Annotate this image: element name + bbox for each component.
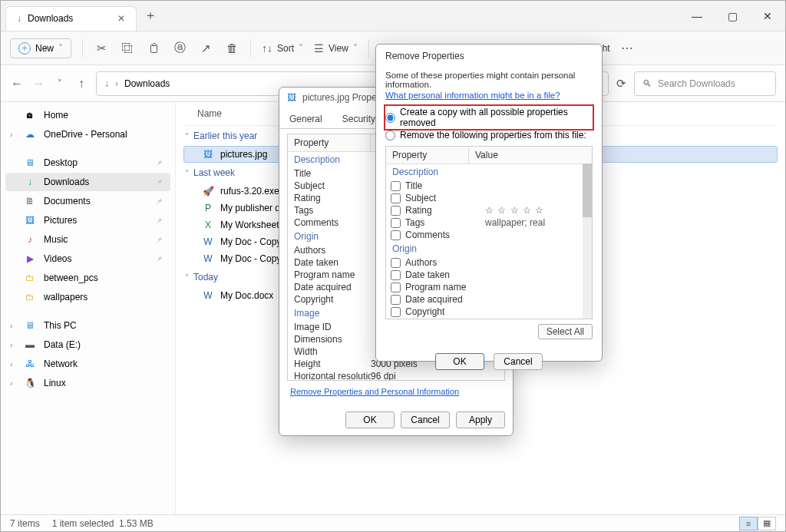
expand-icon[interactable]: ›: [10, 379, 12, 388]
sidebar-item-pictures[interactable]: 🖼︎Pictures📌︎: [5, 211, 170, 230]
checkbox-copyright[interactable]: [391, 307, 401, 317]
ok-button[interactable]: OK: [345, 411, 395, 428]
view-button[interactable]: ☰View˅: [314, 42, 358, 55]
cut-icon[interactable]: ✂: [94, 41, 109, 55]
checkbox-subject[interactable]: [391, 193, 401, 203]
sidebar-item-folder[interactable]: 🗀between_pcs: [5, 269, 170, 287]
expand-icon[interactable]: ›: [10, 322, 12, 330]
thumbnails-view-button[interactable]: ▦: [758, 517, 776, 530]
maximize-button[interactable]: ▢: [715, 2, 750, 31]
pin-icon: 📌︎: [155, 159, 163, 167]
expand-icon[interactable]: ›: [10, 131, 12, 139]
checkbox-program-name[interactable]: [391, 283, 401, 292]
new-button[interactable]: + New ˅: [10, 38, 71, 58]
scrollbar[interactable]: [583, 164, 592, 319]
recent-dropdown[interactable]: ˅: [53, 78, 67, 88]
personal-info-link[interactable]: What personal information might be in a …: [385, 91, 593, 100]
sidebar-item-network[interactable]: ›🖧Network: [5, 355, 170, 373]
apply-button[interactable]: Apply: [456, 411, 505, 428]
expand-icon[interactable]: ›: [10, 360, 12, 368]
paste-icon[interactable]: 📋︎: [146, 41, 161, 55]
sidebar-item-videos[interactable]: ▶Videos📌︎: [5, 249, 170, 268]
chevron-right-icon: ›: [115, 78, 118, 89]
new-tab-button[interactable]: ＋: [144, 8, 157, 24]
close-window-button[interactable]: ✕: [750, 2, 785, 31]
sidebar-item-linux[interactable]: ›🐧Linux: [5, 374, 170, 392]
tab-general[interactable]: General: [279, 109, 332, 129]
forward-button[interactable]: →: [31, 77, 45, 91]
back-button[interactable]: ←: [10, 77, 24, 91]
excel-file-icon: X: [202, 220, 214, 230]
close-tab-icon[interactable]: ✕: [117, 13, 125, 24]
col-property[interactable]: Property: [386, 147, 469, 164]
word-file-icon: W: [202, 253, 214, 264]
checkbox-date-taken[interactable]: [391, 270, 401, 280]
folder-icon: 🗀: [24, 273, 36, 283]
home-icon: 🏠︎: [24, 110, 36, 121]
checkbox-authors[interactable]: [391, 258, 401, 268]
select-all-button[interactable]: Select All: [538, 324, 593, 339]
checkbox-title[interactable]: [391, 181, 401, 191]
pin-icon: 📌︎: [155, 216, 163, 225]
sidebar-item-home[interactable]: 🏠︎Home: [5, 106, 170, 124]
penguin-icon: 🐧: [24, 378, 36, 388]
ok-button[interactable]: OK: [435, 353, 484, 370]
checkbox-tags[interactable]: [391, 218, 401, 228]
cloud-icon: ☁: [24, 129, 36, 140]
refresh-button[interactable]: ⟳: [616, 77, 626, 91]
pin-icon: 📌︎: [155, 255, 163, 263]
pictures-icon: 🖼︎: [24, 215, 36, 226]
search-input[interactable]: 🔍︎ Search Downloads: [634, 71, 776, 96]
up-button[interactable]: ↑: [74, 77, 88, 91]
share-icon[interactable]: ↗: [198, 41, 213, 55]
copy-icon[interactable]: ⿻: [120, 41, 135, 55]
window-tab[interactable]: ↓ Downloads ✕: [5, 6, 137, 31]
remove-properties-dialog: Remove Properties Some of these properti…: [375, 44, 603, 362]
group-description: Description: [386, 164, 592, 180]
remove-properties-link[interactable]: Remove Properties and Personal Informati…: [287, 381, 505, 402]
sidebar-item-drive[interactable]: ›▬Data (E:): [5, 335, 170, 354]
cancel-button[interactable]: Cancel: [401, 411, 450, 428]
toolbar-separator: [82, 39, 83, 58]
sidebar-item-onedrive[interactable]: ›☁OneDrive - Personal: [5, 125, 170, 144]
sidebar-item-downloads[interactable]: ↓Downloads📌︎: [5, 173, 170, 191]
col-value[interactable]: Value: [469, 147, 592, 164]
window-controls: — ▢ ✕: [679, 2, 785, 31]
col-property[interactable]: Property: [288, 134, 371, 151]
radio-create-copy[interactable]: Create a copy with all possible properti…: [385, 106, 593, 129]
network-icon: 🖧: [24, 359, 36, 369]
checkbox-comments[interactable]: [391, 230, 401, 240]
word-file-icon: W: [202, 290, 214, 301]
delete-icon[interactable]: 🗑︎: [224, 41, 239, 55]
sidebar-item-thispc[interactable]: ›🖥︎This PC: [5, 316, 170, 335]
sidebar-item-desktop[interactable]: 🖥︎Desktop📌︎: [5, 154, 170, 172]
rating-stars: ☆ ☆ ☆ ☆ ☆: [485, 205, 544, 216]
video-icon: ▶: [24, 253, 36, 264]
radio-input[interactable]: [385, 131, 395, 140]
pin-icon: 📌︎: [155, 197, 163, 206]
checkbox-date-acquired[interactable]: [391, 295, 401, 305]
details-view-button[interactable]: ≡: [739, 517, 758, 530]
checkbox-rating[interactable]: [391, 206, 401, 216]
selection-info: 1 item selected 1.53 MB: [52, 518, 154, 529]
sidebar-item-folder[interactable]: 🗀wallpapers: [5, 288, 170, 306]
more-button[interactable]: ⋯: [621, 41, 635, 55]
radio-remove-following[interactable]: Remove the following properties from thi…: [385, 129, 593, 141]
titlebar: ↓ Downloads ✕ ＋ — ▢ ✕: [1, 1, 785, 31]
sidebar-item-music[interactable]: ♪Music📌︎: [5, 230, 170, 249]
chevron-down-icon: ˅: [185, 169, 189, 177]
properties-checklist[interactable]: PropertyValue Description Title Subject …: [385, 146, 593, 319]
image-file-icon: 🖼︎: [287, 92, 296, 103]
cancel-button[interactable]: Cancel: [494, 353, 543, 370]
sort-button[interactable]: ↑↓Sort˅: [262, 42, 303, 55]
sidebar-item-documents[interactable]: 🗎Documents📌︎: [5, 192, 170, 210]
desktop-icon: 🖥︎: [24, 157, 36, 168]
path-segment[interactable]: Downloads: [124, 78, 170, 89]
rename-icon[interactable]: ⓐ: [172, 41, 187, 55]
minimize-button[interactable]: —: [679, 2, 715, 31]
download-icon: ↓: [17, 13, 21, 24]
pin-icon: 📌︎: [155, 178, 163, 187]
expand-icon[interactable]: ›: [10, 341, 12, 349]
radio-input[interactable]: [385, 113, 395, 123]
scrollbar-thumb[interactable]: [583, 164, 592, 217]
